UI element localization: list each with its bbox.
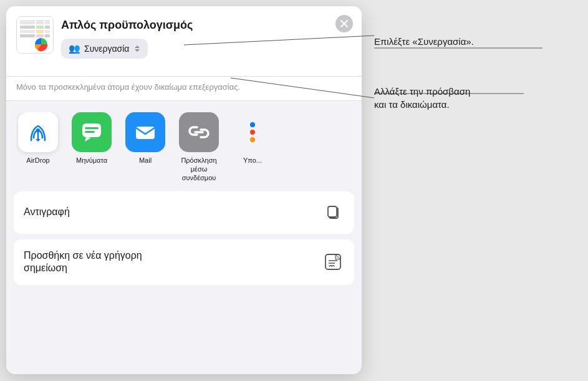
- collab-label: Συνεργασία: [84, 44, 129, 54]
- collab-dropdown[interactable]: 👥 Συνεργασία: [61, 39, 148, 59]
- close-button[interactable]: [335, 15, 353, 32]
- svg-rect-9: [45, 30, 50, 33]
- more-label: Υπο...: [243, 156, 262, 165]
- doc-title: Απλός προϋπολογισμός: [61, 19, 352, 32]
- quicknote-label: Προσθήκη σε νέα γρήγορησημείωση: [24, 249, 142, 276]
- copy-button[interactable]: Αντιγραφή: [14, 191, 354, 234]
- app-item-messages[interactable]: Μηνύματα: [70, 112, 113, 165]
- svg-rect-4: [20, 26, 35, 29]
- dot-orange: [250, 137, 255, 142]
- svg-rect-20: [85, 127, 99, 129]
- svg-rect-8: [36, 30, 44, 33]
- thumbnail-svg: [17, 17, 52, 52]
- svg-rect-11: [36, 34, 44, 37]
- collab-people-icon: 👥: [69, 43, 80, 54]
- apps-row: AirDrop Μηνύματα: [16, 112, 352, 183]
- svg-rect-6: [45, 26, 50, 29]
- svg-rect-7: [20, 30, 35, 33]
- svg-rect-21: [85, 131, 95, 133]
- permission-text-area: Μόνο τα προσκεκλημένα άτομα έχουν δικαίω…: [6, 77, 362, 100]
- app-item-link[interactable]: Πρόσκλησημέσω συνδέσμου: [177, 112, 221, 183]
- copy-icon: [322, 201, 344, 224]
- airdrop-label: AirDrop: [26, 156, 49, 165]
- svg-rect-26: [325, 254, 340, 269]
- svg-rect-2: [36, 20, 44, 24]
- svg-rect-1: [20, 20, 35, 24]
- messages-icon: [80, 120, 104, 144]
- apps-section: AirDrop Μηνύματα: [6, 101, 362, 191]
- svg-rect-10: [20, 34, 35, 37]
- annotation-collab: Επιλέξτε «Συνεργασία».: [374, 39, 561, 60]
- more-dots-wrap: [233, 112, 272, 152]
- action-section: Αντιγραφή Προσθήκη σε νέα γρήγορησημείωσ…: [6, 191, 362, 291]
- callout-text-collab: Επιλέξτε «Συνεργασία».: [374, 36, 474, 47]
- app-item-mail[interactable]: Mail: [123, 112, 167, 165]
- annotation-access: Αλλάξτε την πρόσβασηκαι τα δικαιώματα.: [374, 87, 561, 121]
- mail-label: Mail: [139, 156, 152, 165]
- chevron-updown-icon: [134, 44, 140, 53]
- svg-rect-25: [328, 206, 337, 217]
- doc-title-area: Απλός προϋπολογισμός 👥 Συνεργασία: [61, 16, 352, 59]
- panel-header: Απλός προϋπολογισμός 👥 Συνεργασία: [6, 6, 362, 77]
- svg-rect-3: [45, 20, 50, 24]
- messages-label: Μηνύματα: [76, 156, 107, 165]
- quicknote-button[interactable]: Προσθήκη σε νέα γρήγορησημείωση: [14, 239, 354, 286]
- messages-icon-wrap: [72, 112, 112, 152]
- close-icon: [340, 20, 348, 27]
- svg-rect-19: [82, 123, 101, 137]
- mail-icon-wrap: [125, 112, 165, 152]
- airdrop-icon-wrap: [18, 112, 58, 152]
- doc-thumbnail: [16, 16, 54, 54]
- dot-red: [250, 130, 255, 135]
- svg-rect-12: [45, 34, 50, 37]
- share-panel: Απλός προϋπολογισμός 👥 Συνεργασία: [6, 6, 362, 374]
- svg-rect-22: [136, 127, 155, 139]
- callout-text-access: Αλλάξτε την πρόσβασηκαι τα δικαιώματα.: [374, 85, 470, 111]
- app-item-more[interactable]: Υπο...: [231, 112, 274, 165]
- permission-label: Μόνο τα προσκεκλημένα άτομα έχουν δικαίω…: [16, 82, 352, 93]
- app-item-airdrop[interactable]: AirDrop: [16, 112, 60, 165]
- link-icon-wrap: [179, 112, 219, 152]
- svg-rect-5: [36, 26, 44, 29]
- quicknote-icon: [322, 251, 344, 273]
- copy-label: Αντιγραφή: [24, 206, 70, 219]
- header-top: Απλός προϋπολογισμός 👥 Συνεργασία: [16, 16, 352, 59]
- airdrop-icon: [26, 120, 51, 145]
- mail-icon: [133, 120, 158, 145]
- link-icon: [186, 120, 211, 145]
- dot-blue: [250, 122, 255, 127]
- link-label: Πρόσκλησημέσω συνδέσμου: [177, 156, 221, 183]
